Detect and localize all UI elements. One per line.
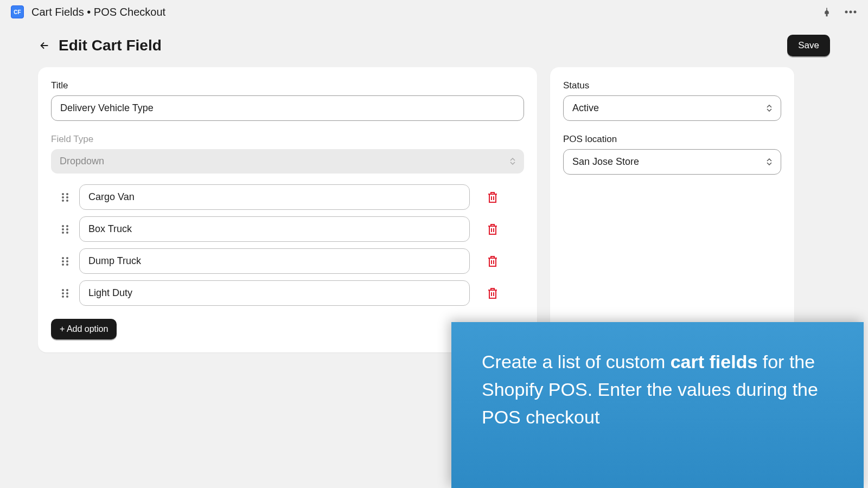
main-card: Title Field Type Dropdown: [38, 67, 537, 352]
field-type-select: Dropdown: [51, 149, 524, 174]
promo-overlay: Create a list of custom cart fields for …: [451, 322, 864, 488]
add-option-button[interactable]: + Add option: [51, 319, 117, 339]
delete-option-icon[interactable]: [486, 255, 499, 268]
drag-handle-icon[interactable]: [62, 289, 69, 298]
svg-point-1: [850, 11, 852, 14]
option-row: [62, 280, 524, 306]
option-row: [62, 216, 524, 242]
drag-handle-icon[interactable]: [62, 193, 69, 202]
field-type-value: Dropdown: [60, 156, 104, 167]
delete-option-icon[interactable]: [486, 287, 499, 300]
chevron-updown-icon: [510, 158, 515, 165]
page-header: Edit Cart Field Save: [0, 24, 868, 67]
pin-icon[interactable]: [820, 5, 833, 18]
back-arrow-icon[interactable]: [38, 39, 51, 52]
content: Title Field Type Dropdown: [0, 67, 868, 352]
title-input[interactable]: [51, 95, 524, 121]
page-title: Edit Cart Field: [59, 37, 787, 54]
location-value: San Jose Store: [572, 156, 639, 168]
location-label: POS location: [563, 134, 781, 145]
save-button[interactable]: Save: [787, 35, 830, 56]
overlay-text-bold: cart fields: [671, 351, 758, 372]
status-label: Status: [563, 80, 781, 91]
side-card: Status Active POS location San Jose Stor…: [550, 67, 794, 352]
drag-handle-icon[interactable]: [62, 225, 69, 234]
option-input[interactable]: [79, 280, 470, 306]
option-input[interactable]: [79, 184, 470, 210]
status-value: Active: [572, 102, 599, 114]
location-select[interactable]: San Jose Store: [563, 149, 781, 175]
field-type-label: Field Type: [51, 134, 524, 145]
status-select[interactable]: Active: [563, 95, 781, 121]
option-input[interactable]: [79, 248, 470, 274]
app-title: Cart Fields • POS Checkout: [31, 6, 820, 18]
drag-handle-icon[interactable]: [62, 257, 69, 266]
svg-point-2: [854, 11, 857, 14]
option-row: [62, 184, 524, 210]
chevron-updown-icon: [767, 158, 772, 165]
app-icon: CF: [11, 5, 24, 18]
overlay-text-before: Create a list of custom: [482, 351, 671, 372]
more-icon[interactable]: [844, 5, 857, 18]
delete-option-icon[interactable]: [486, 191, 499, 204]
title-label: Title: [51, 80, 524, 91]
delete-option-icon[interactable]: [486, 223, 499, 236]
chevron-updown-icon: [767, 105, 772, 112]
svg-point-0: [845, 11, 848, 14]
top-bar: CF Cart Fields • POS Checkout: [0, 0, 868, 24]
option-row: [62, 248, 524, 274]
options-list: [51, 184, 524, 306]
option-input[interactable]: [79, 216, 470, 242]
top-actions: [820, 5, 857, 18]
